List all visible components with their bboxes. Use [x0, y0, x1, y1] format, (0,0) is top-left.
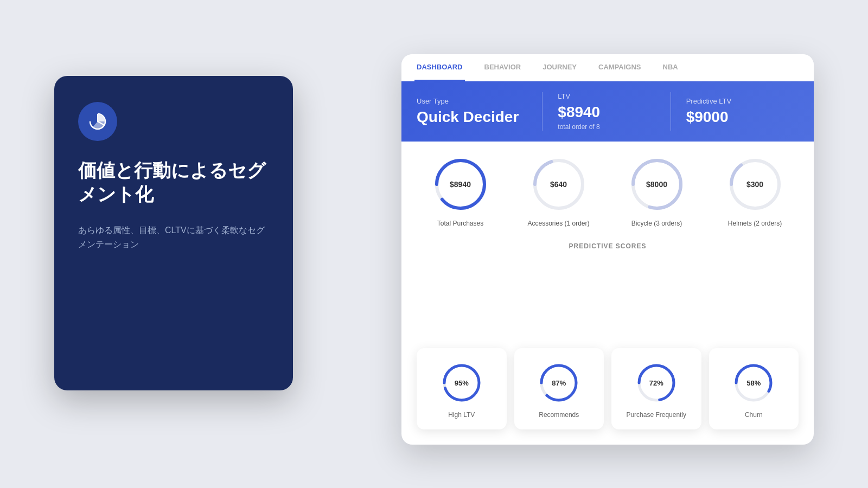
ltv-sub: total order of 8: [558, 123, 670, 131]
hero-user-type: User Type Quick Decider: [417, 92, 542, 131]
tab-campaigns[interactable]: CAMPAIGNS: [596, 54, 643, 81]
predictive-scores-header: PREDICTIVE SCORES: [417, 242, 799, 250]
donut-wrap-0: $8940: [431, 155, 490, 214]
score-donut-3: 58%: [732, 361, 775, 404]
donut-wrap-2: $8000: [627, 155, 687, 214]
donut-row: $8940 Total Purchases $640 Accessories (…: [417, 155, 799, 227]
donut-wrap-1: $640: [529, 155, 589, 214]
score-value-1: 87%: [552, 379, 566, 387]
donut-value-2: $8000: [646, 180, 667, 189]
score-card-2: 72% Purchase Frequently: [611, 348, 701, 429]
donut-item-0: $8940 Total Purchases: [417, 155, 504, 227]
predictive-ltv-label: Predictive LTV: [686, 97, 799, 105]
tab-dashboard[interactable]: DASHBOARD: [414, 54, 465, 81]
dashboard-card: DASHBOARD BEHAVIOR JOURNEY CAMPAIGNS NBA…: [401, 54, 814, 445]
score-card-0: 95% High LTV: [417, 348, 507, 429]
donut-item-1: $640 Accessories (1 order): [515, 155, 602, 227]
donut-label-3: Helmets (2 orders): [728, 220, 782, 227]
left-title: 価値と行動によるセグメント化: [78, 158, 269, 206]
donut-label-1: Accessories (1 order): [527, 220, 589, 227]
left-info-card: 価値と行動によるセグメント化 あらゆる属性、目標、CLTVに基づく柔軟なセグメン…: [54, 76, 293, 390]
score-value-2: 72%: [649, 379, 663, 387]
donut-item-2: $8000 Bicycle (3 orders): [613, 155, 700, 227]
ltv-label: LTV: [558, 92, 670, 100]
score-value-3: 58%: [746, 379, 761, 387]
ltv-value: $8940: [558, 104, 670, 121]
tab-nba[interactable]: NBA: [661, 54, 680, 81]
predictive-ltv-value: $9000: [686, 108, 799, 126]
donut-value-3: $300: [746, 180, 763, 189]
hero-predictive-ltv: Predictive LTV $9000: [671, 92, 799, 131]
score-donut-0: 95%: [440, 361, 483, 404]
donut-item-3: $300 Helmets (2 orders): [711, 155, 799, 227]
left-description: あらゆる属性、目標、CLTVに基づく柔軟なセグメンテーション: [78, 223, 269, 251]
donut-value-0: $8940: [450, 180, 471, 189]
donut-wrap-3: $300: [725, 155, 785, 214]
main-content: $8940 Total Purchases $640 Accessories (…: [401, 142, 814, 274]
score-value-0: 95%: [455, 379, 469, 387]
nav-bar: DASHBOARD BEHAVIOR JOURNEY CAMPAIGNS NBA: [401, 54, 814, 81]
donut-value-1: $640: [550, 180, 567, 189]
score-donut-2: 72%: [635, 361, 678, 404]
score-label-3: Churn: [745, 411, 763, 419]
donut-label-2: Bicycle (3 orders): [631, 220, 682, 227]
user-type-value: Quick Decider: [417, 108, 529, 126]
score-label-1: Recommends: [539, 411, 579, 419]
hero-section: User Type Quick Decider LTV $8940 total …: [401, 81, 814, 142]
score-donut-1: 87%: [537, 361, 580, 404]
score-cards-row: 95% High LTV 87% Recommends: [417, 348, 799, 429]
user-type-label: User Type: [417, 97, 529, 105]
score-card-1: 87% Recommends: [514, 348, 604, 429]
score-label-2: Purchase Frequently: [626, 411, 686, 419]
score-cards-area: 95% High LTV 87% Recommends: [401, 348, 814, 445]
tab-journey[interactable]: JOURNEY: [540, 54, 579, 81]
tab-behavior[interactable]: BEHAVIOR: [482, 54, 524, 81]
score-label-0: High LTV: [448, 411, 475, 419]
hero-ltv: LTV $8940 total order of 8: [542, 92, 670, 131]
score-card-3: 58% Churn: [709, 348, 799, 429]
donut-label-0: Total Purchases: [437, 220, 483, 227]
chart-icon: [78, 102, 117, 141]
